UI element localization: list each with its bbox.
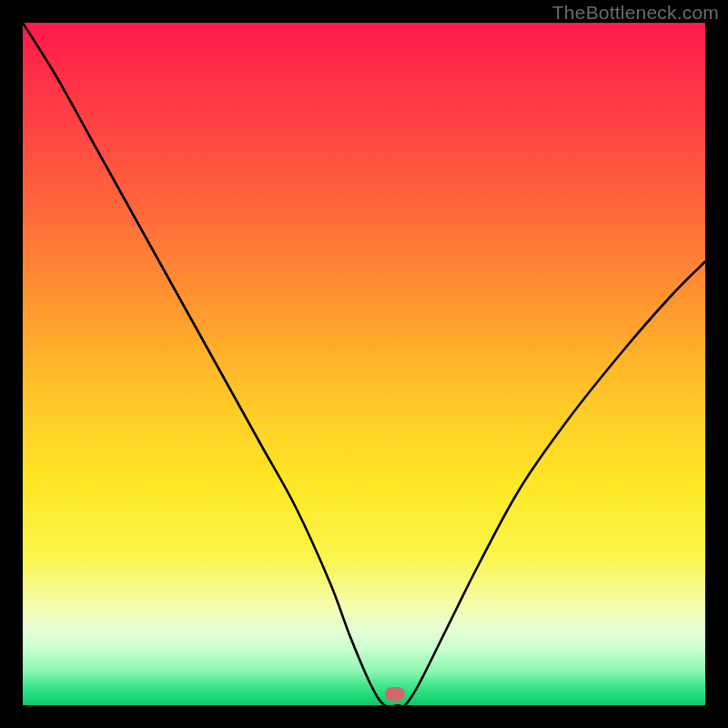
optimal-marker-icon — [385, 687, 405, 701]
watermark-text: TheBottleneck.com — [552, 2, 719, 24]
bottleneck-curve — [23, 23, 705, 705]
plot-area — [23, 23, 705, 705]
chart-frame: TheBottleneck.com — [0, 0, 728, 728]
